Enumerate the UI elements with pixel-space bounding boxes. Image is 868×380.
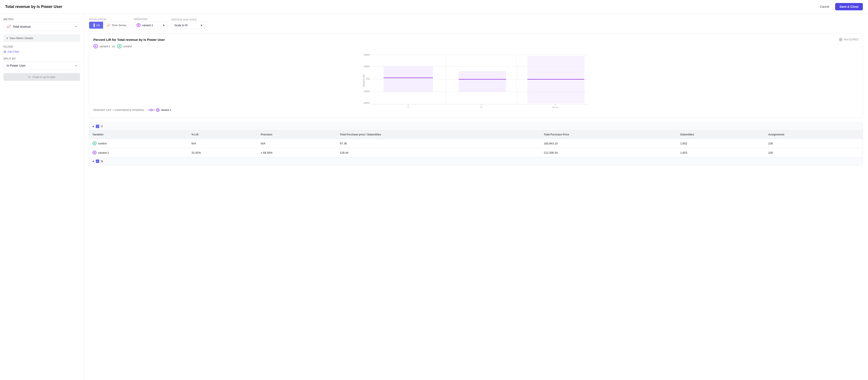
- variant-a-badge: A: [117, 44, 122, 48]
- control-total-price: 160,843.10: [540, 139, 677, 148]
- legend-variant-item: B Variant-1: [148, 108, 171, 112]
- svg-rect-18: [459, 71, 506, 92]
- group-n-label: N: [101, 160, 103, 163]
- svg-rect-20: [527, 56, 584, 104]
- split-by-value: Is Power User: [7, 64, 26, 67]
- table-row: A control N/A N/A 97.36 160,843.10 1,652…: [89, 139, 863, 148]
- metric-section-label: Metric: [3, 18, 80, 21]
- header: Total revenue by Is Power User Cancel Sa…: [0, 0, 868, 13]
- variant1-subentities: 1,653: [677, 148, 765, 157]
- split-by-section: Split By Is Power User ▾: [3, 57, 80, 70]
- chart-legend: PERCENT LIFT + CONFIDENCE INTERVAL B Var…: [93, 108, 858, 112]
- vertical-axis-label: VERTICAL AXIS SCALE: [171, 18, 206, 21]
- variant-value: variant-1: [142, 24, 153, 27]
- svg-text:N: N: [480, 106, 482, 108]
- bar-chart-icon: ▐: [93, 23, 95, 27]
- variations-select[interactable]: B variant-1 ▾: [133, 21, 168, 29]
- view-metric-details[interactable]: ▾ View Metric Details: [3, 34, 80, 42]
- legend-variant-label: Variant-1: [161, 109, 171, 112]
- save-close-button[interactable]: Save & Close: [835, 3, 863, 10]
- chart-status-button: ↻ Chart is up to date: [3, 73, 80, 81]
- toolbar: VISUALIZATION ▐ Lift 📈 Time Series VARIA: [89, 18, 863, 29]
- table-group-n-header[interactable]: ▾ ✓ N: [89, 157, 863, 165]
- split-by-selector[interactable]: Is Power User ▾: [3, 61, 80, 70]
- add-filter-button[interactable]: ⊕ Add Filter: [3, 50, 80, 54]
- svg-point-31: [151, 109, 152, 111]
- variant-b-label: variant-1: [99, 45, 111, 48]
- control-total-sub: 97.36: [337, 139, 540, 148]
- col-total-purchase-price: Total Purchase Price: [540, 130, 677, 139]
- lift-button[interactable]: ▐ Lift: [89, 22, 103, 29]
- chart-status-label: Chart is up to date: [32, 76, 55, 79]
- chart-header: Percent Lift for Total revenue by Is Pow…: [93, 38, 858, 41]
- svg-text:Y: Y: [407, 106, 409, 108]
- variant1-total-sub: 128.44: [337, 148, 540, 157]
- col-lift: % Lift: [188, 130, 257, 139]
- vertical-axis-group: VERTICAL AXIS SCALE Scale to fit ▾: [171, 18, 206, 29]
- filter-section-label: Filter: [3, 46, 80, 48]
- control-assignments: 100: [765, 139, 863, 148]
- control-lift: N/A: [188, 139, 257, 148]
- col-variation: Variation: [89, 130, 188, 139]
- chart-container: Percent Lift for Total revenue by Is Pow…: [89, 33, 863, 118]
- target-icon: [839, 38, 842, 41]
- scale-select[interactable]: Scale to fit ▾: [171, 22, 206, 29]
- chevron-down-icon: ▾: [163, 24, 164, 27]
- chart-svg-wrapper: 200% 100% 0% -100% -200% Percent Lift: [93, 52, 858, 108]
- col-assignments: Assignments: [765, 130, 863, 139]
- variation-cell-control: A control: [93, 141, 185, 145]
- sidebar: Metric 📈 Total revenue ▾ ▾ View Metric D…: [0, 13, 84, 380]
- variant-b-badge: B: [93, 44, 98, 48]
- legend-b-badge: B: [156, 108, 160, 112]
- visualization-label: VISUALIZATION: [89, 18, 130, 21]
- col-subentities: Subentities: [677, 130, 765, 139]
- plus-icon: ⊕: [3, 50, 6, 54]
- chevron-down-icon: ▾: [75, 64, 77, 67]
- non-cuped-badge: Non-CUPED: [839, 38, 858, 41]
- chart-title: Percent Lift for Total revenue by Is Pow…: [93, 38, 165, 41]
- table-row: B variant-1 31.92% ± 68.58% 128.44 212,3…: [89, 148, 863, 157]
- metric-selector[interactable]: 📈 Total revenue ▾: [3, 22, 80, 31]
- scale-value: Scale to fit: [174, 24, 187, 27]
- variant1-total-price: 212,306.34: [540, 148, 677, 157]
- time-series-button[interactable]: 📈 Time Series: [103, 22, 130, 29]
- viz-buttons: ▐ Lift 📈 Time Series: [89, 22, 130, 29]
- svg-point-2: [840, 39, 841, 40]
- variation-cell-variant1: B variant-1: [93, 151, 185, 154]
- refresh-icon: ↻: [28, 75, 31, 79]
- visualization-group: VISUALIZATION ▐ Lift 📈 Time Series: [89, 18, 130, 29]
- lift-chart: 200% 100% 0% -100% -200% Percent Lift: [93, 52, 858, 108]
- chevron-down-icon: ▾: [93, 125, 94, 128]
- legend-section-label: PERCENT LIFT + CONFIDENCE INTERVAL: [93, 109, 145, 111]
- variant1-badge: B: [93, 151, 96, 154]
- content-area: VISUALIZATION ▐ Lift 📈 Time Series VARIA: [84, 13, 868, 380]
- svg-text:None: None: [553, 106, 558, 108]
- n-checkbox[interactable]: ✓: [96, 159, 99, 163]
- control-subentities: 1,652: [677, 139, 765, 148]
- svg-text:Percent Lift: Percent Lift: [363, 75, 365, 87]
- table-group-y-header[interactable]: ▾ ✓ Y: [89, 122, 863, 130]
- split-by-section-label: Split By: [3, 57, 80, 60]
- legend-line-icon: [148, 109, 155, 111]
- y-checkbox[interactable]: ✓: [96, 125, 99, 128]
- header-actions: Cancel Save & Close: [816, 3, 863, 10]
- view-metric-details-label: View Metric Details: [9, 36, 33, 40]
- variant-a-label: control: [123, 45, 132, 48]
- cancel-button[interactable]: Cancel: [816, 3, 833, 10]
- line-chart-icon: 📈: [106, 23, 110, 27]
- app-container: Total revenue by Is Power User Cancel Sa…: [0, 0, 868, 380]
- variant-b-badge: B: [136, 23, 141, 27]
- variant1-lift: 31.92%: [188, 148, 257, 157]
- table-section: ▾ ✓ Y Variation % Lift Precision Total P…: [89, 122, 863, 165]
- variant1-label: variant-1: [98, 151, 109, 154]
- svg-text:0%: 0%: [366, 78, 370, 80]
- svg-text:200%: 200%: [364, 54, 370, 56]
- control-badge: A: [93, 141, 96, 145]
- results-table: Variation % Lift Precision Total Purchas…: [89, 130, 863, 157]
- metric-section: Metric 📈 Total revenue ▾: [3, 18, 80, 31]
- group-y-label: Y: [101, 125, 103, 128]
- trend-icon: 📈: [7, 25, 11, 29]
- control-label: control: [98, 142, 106, 145]
- col-precision: Precision: [257, 130, 336, 139]
- svg-rect-16: [383, 66, 433, 92]
